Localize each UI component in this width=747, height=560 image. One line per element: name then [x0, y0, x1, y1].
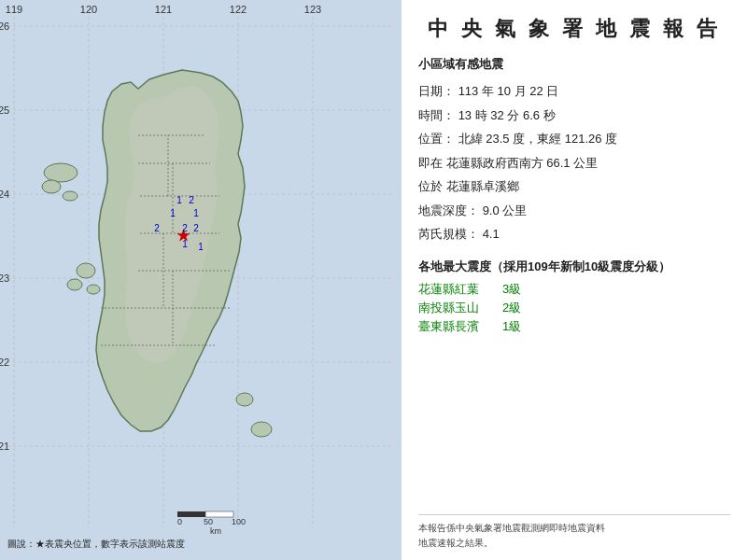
report-title: 中 央 氣 象 署 地 震 報 告 — [418, 15, 730, 43]
near-row: 即在 花蓮縣政府西南方 66.1 公里 — [418, 154, 730, 173]
svg-text:24: 24 — [0, 189, 9, 200]
date-label: 日期： — [418, 84, 455, 98]
svg-point-29 — [67, 279, 82, 290]
report-subtitle: 小區域有感地震 — [418, 56, 730, 73]
area-row: 位於 花蓮縣卓溪鄉 — [418, 177, 730, 196]
magnitude-value: 4.1 — [483, 227, 500, 241]
svg-text:123: 123 — [304, 4, 321, 15]
svg-point-32 — [251, 422, 272, 437]
footer-line2: 地震速報之結果。 — [418, 536, 730, 551]
svg-point-27 — [63, 191, 78, 201]
svg-text:2: 2 — [182, 223, 188, 233]
svg-text:50: 50 — [204, 517, 213, 526]
svg-text:26: 26 — [0, 21, 9, 32]
svg-text:2: 2 — [189, 195, 194, 205]
svg-text:0: 0 — [177, 517, 182, 526]
svg-point-30 — [87, 285, 100, 294]
svg-text:23: 23 — [0, 273, 9, 284]
date-row: 日期： 113 年 10 月 22 日 — [418, 82, 730, 101]
footer-line1: 本報告係中央氣象署地震觀測網即時地震資料 — [418, 521, 730, 536]
depth-value: 9.0 公里 — [483, 203, 528, 217]
info-panel: 中 央 氣 象 署 地 震 報 告 小區域有感地震 日期： 113 年 10 月… — [402, 0, 747, 560]
intensity-section-title: 各地最大震度（採用109年新制10級震度分級） — [418, 259, 730, 275]
svg-text:120: 120 — [80, 4, 97, 15]
station-intensity: 3級 — [502, 281, 540, 298]
svg-text:122: 122 — [230, 4, 247, 15]
station-intensity: 2級 — [502, 300, 540, 316]
depth-label: 地震深度： — [418, 203, 479, 217]
station-name: 南投縣玉山 — [418, 300, 502, 316]
svg-text:21: 21 — [0, 441, 9, 452]
location-row: 位置： 北緯 23.5 度，東經 121.26 度 — [418, 130, 730, 148]
station-row: 花蓮縣紅葉3級 — [418, 281, 730, 298]
main-container: 26 25 24 23 22 21 119 120 121 122 123 — [0, 0, 747, 560]
magnitude-label: 芮氏規模： — [418, 227, 479, 241]
date-value: 113 年 10 月 22 日 — [458, 84, 559, 98]
map-legend: 圖說：★表震央位置，數字表示該測站震度 — [7, 538, 185, 553]
svg-text:25: 25 — [0, 105, 9, 116]
svg-text:1: 1 — [182, 239, 188, 249]
station-name: 花蓮縣紅葉 — [418, 281, 502, 298]
taiwan-map: 26 25 24 23 22 21 119 120 121 122 123 — [0, 0, 402, 560]
time-label: 時間： — [418, 108, 455, 122]
svg-text:1: 1 — [193, 208, 199, 218]
svg-point-26 — [42, 180, 61, 193]
station-name: 臺東縣長濱 — [418, 318, 502, 335]
station-row: 臺東縣長濱1級 — [418, 318, 730, 335]
svg-text:119: 119 — [6, 4, 22, 15]
location-value: 北緯 23.5 度，東經 121.26 度 — [458, 132, 618, 146]
magnitude-row: 芮氏規模： 4.1 — [418, 225, 730, 244]
svg-text:121: 121 — [155, 4, 172, 15]
time-row: 時間： 13 時 32 分 6.6 秒 — [418, 106, 730, 125]
station-intensity: 1級 — [502, 318, 540, 335]
legend-text: 圖說：★表震央位置，數字表示該測站震度 — [7, 538, 185, 551]
svg-text:2: 2 — [193, 223, 199, 233]
location-label: 位置： — [418, 132, 455, 146]
footer-note: 本報告係中央氣象署地震觀測網即時地震資料 地震速報之結果。 — [418, 514, 730, 551]
time-value: 13 時 32 分 6.6 秒 — [458, 108, 556, 122]
svg-text:1: 1 — [198, 242, 204, 252]
svg-text:1: 1 — [170, 208, 176, 218]
svg-point-25 — [44, 163, 78, 182]
svg-point-28 — [77, 263, 95, 278]
station-row: 南投縣玉山2級 — [418, 300, 730, 316]
svg-text:22: 22 — [0, 357, 9, 368]
svg-text:1: 1 — [176, 195, 182, 205]
svg-point-31 — [236, 393, 253, 406]
depth-row: 地震深度： 9.0 公里 — [418, 202, 730, 220]
svg-text:2: 2 — [154, 223, 160, 233]
map-area: 26 25 24 23 22 21 119 120 121 122 123 — [0, 0, 402, 560]
svg-text:100: 100 — [232, 517, 246, 526]
station-list: 花蓮縣紅葉3級南投縣玉山2級臺東縣長濱1級 — [418, 281, 730, 337]
svg-text:km: km — [210, 526, 221, 536]
